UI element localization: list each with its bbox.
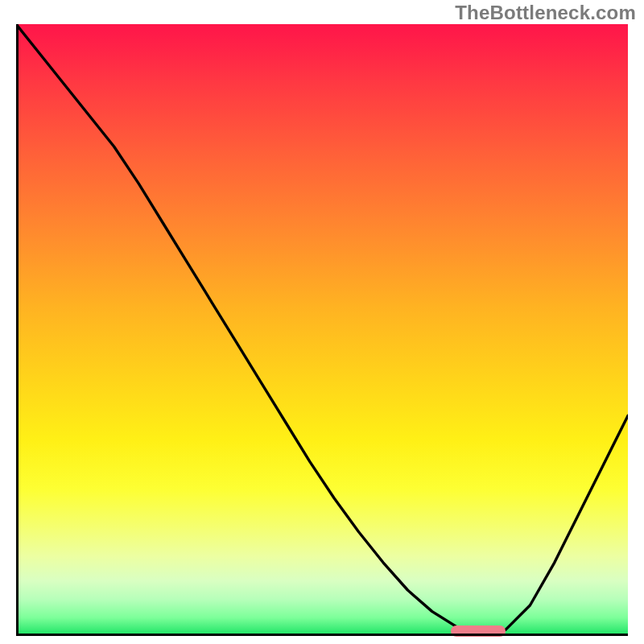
x-axis: [16, 634, 628, 636]
bottleneck-curve: [16, 24, 628, 636]
watermark-text: TheBottleneck.com: [455, 2, 636, 24]
chart-area: [16, 24, 628, 636]
y-axis: [16, 24, 19, 636]
